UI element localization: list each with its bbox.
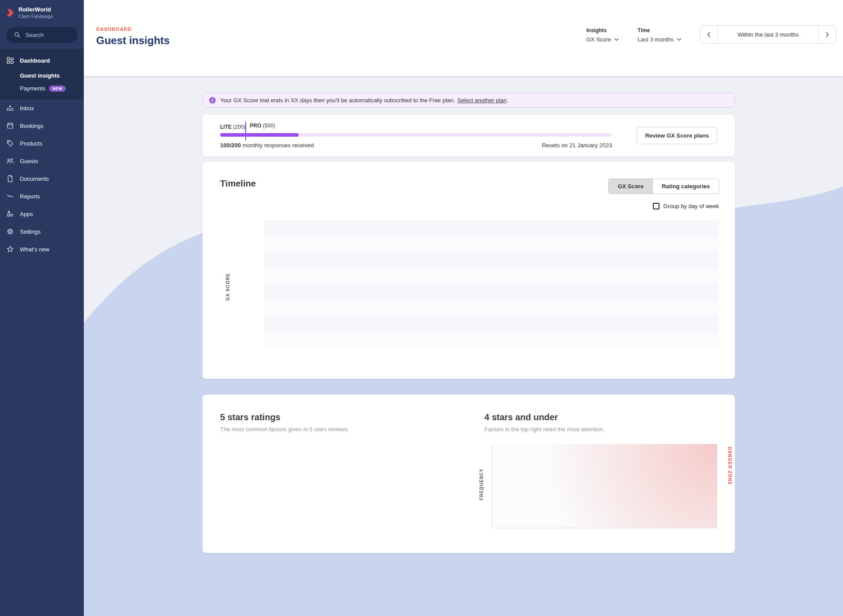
four-star-section: 4 stars and under Factors in the top rig… [484,412,717,534]
four-star-subtitle: Factors in the top right need the most a… [484,426,717,433]
scatter-ylabel: FREQUENCY [479,469,484,500]
danger-zone-label: DANGER ZONE [727,447,732,485]
chevron-left-icon [707,32,711,37]
page-header: DASHBOARD Guest insights Insights GX Sco… [84,0,843,76]
chevron-down-icon [677,38,682,41]
sidebar-item-label: Dashboard [20,57,50,64]
apps-icon [6,210,14,218]
sidebar-item-label: Bookings [20,123,43,129]
timeline-yaxis: GX SCORE [220,220,264,349]
insights-select[interactable]: GX Score [586,36,619,43]
star-icon [6,245,14,253]
search-label: Search [26,32,44,38]
five-star-title: 5 stars ratings [220,412,468,422]
inbox-icon [6,104,14,112]
sidebar-item-dashboard[interactable]: Dashboard [0,52,84,69]
insights-label: Insights [586,27,619,34]
sidebar-item-settings[interactable]: Settings [0,223,84,240]
sidebar-item-products[interactable]: Products [0,134,84,152]
sidebar-item-label: Inbox [20,105,34,112]
time-label: Time [637,27,682,34]
timeline-toggle: GX Score Rating categories [608,179,719,194]
four-star-title: 4 stars and under [484,412,717,422]
sidebar-item-label: Documents [20,175,49,182]
tag-icon [6,139,14,147]
group-by-day-label: Group by day of week [663,203,719,209]
prev-range-button[interactable] [701,26,717,43]
timeline-card: Timeline GX Score Rating categories Grou… [202,162,735,379]
sidebar-item-bookings[interactable]: Bookings [0,117,84,134]
dashboard-icon [6,56,14,64]
sidebar-item-label: Products [20,140,42,147]
search-icon [13,31,21,39]
sidebar-item-guest-insights[interactable]: Guest insights [0,69,84,82]
five-star-subtitle: The most common factors given in 5 stars… [220,426,468,433]
plan-usage-card: LITE (200) PRO (500) 100/200 monthly res… [202,115,735,157]
timeline-plot [264,220,719,349]
sidebar-item-label: What’s new [20,246,49,253]
chevron-right-icon [825,32,829,37]
brand-user: Clem Fandango [19,14,53,19]
sidebar-item-documents[interactable]: Documents [0,170,84,187]
sidebar-item-inbox[interactable]: Inbox [0,99,84,117]
sidebar-item-apps[interactable]: Apps [0,205,84,223]
rollerworld-logo-icon [6,9,14,17]
sidebar-item-label: Reports [20,193,40,200]
insights-value: GX Score [586,36,611,43]
sidebar-dashboard-group: Dashboard Guest insights Payments NEW [0,49,84,99]
lite-plan-label: LITE (200) [220,124,245,130]
brand-name: RollerWorld [19,6,53,13]
content-column: Your GX Score trial ends in XX days then… [202,93,735,553]
plan-progress-fill [220,133,299,137]
sidebar: RollerWorld Clem Fandango Search Dashboa… [0,0,84,616]
sidebar-item-whats-new[interactable]: What’s new [0,240,84,258]
sub-item-label: Payments [20,85,45,92]
sidebar-item-guests[interactable]: Guests [0,152,84,170]
sidebar-item-reports[interactable]: Reports [0,187,84,205]
calendar-icon [6,122,14,130]
time-dropdown: Time Last 3 months [637,27,682,43]
scatter-plot: DANGER ZONE [492,444,717,528]
date-range-picker: Within the last 3 months [700,25,836,44]
trial-text-suffix: . [507,97,509,104]
time-select[interactable]: Last 3 months [637,36,682,43]
main-area: DASHBOARD Guest insights Insights GX Sco… [84,0,843,616]
pro-plan-marker: PRO (500) [245,122,275,140]
review-plans-button[interactable]: Review GX Score plans [637,127,717,144]
resets-caption: Resets on 21 January 2023 [542,142,612,149]
page-title: Guest insights [96,34,170,47]
gear-icon [6,228,14,235]
info-icon [209,97,216,104]
sidebar-item-payments[interactable]: Payments NEW [0,82,84,95]
brand: RollerWorld Clem Fandango [0,0,84,23]
scatter-ylabel-wrap: FREQUENCY [484,444,492,528]
trial-banner: Your GX Score trial ends in XX days then… [202,93,735,108]
group-by-day-checkbox[interactable] [653,203,659,209]
timeline-bars [264,220,719,349]
plan-progress-track [220,133,612,137]
search-input[interactable]: Search [6,27,78,43]
five-star-section: 5 stars ratings The most common factors … [220,412,468,534]
guests-icon [6,157,14,165]
new-badge: NEW [49,86,66,92]
insights-dropdown: Insights GX Score [586,27,619,43]
document-icon [6,175,14,183]
date-range-button[interactable]: Within the last 3 months [717,26,819,43]
toggle-rating-categories[interactable]: Rating categories [653,179,719,194]
sub-item-label: Guest insights [20,72,60,79]
sidebar-item-label: Apps [20,211,33,217]
usage-caption: 100/200 monthly responses received [220,142,314,149]
date-range-text: Within the last 3 months [738,31,799,38]
toggle-gx-score[interactable]: GX Score [609,179,653,194]
ratings-card: 5 stars ratings The most common factors … [202,395,735,553]
timeline-chart: GX SCORE [220,220,719,349]
select-another-plan-link[interactable]: Select another plan [457,97,506,104]
sidebar-item-label: Guests [20,158,38,164]
next-range-button[interactable] [819,26,836,43]
app-root: RollerWorld Clem Fandango Search Dashboa… [0,0,843,616]
sidebar-item-label: Settings [20,228,41,235]
breadcrumb: DASHBOARD [96,26,170,32]
chevron-down-icon [614,38,619,41]
time-value: Last 3 months [637,36,674,43]
reports-icon [6,192,14,200]
